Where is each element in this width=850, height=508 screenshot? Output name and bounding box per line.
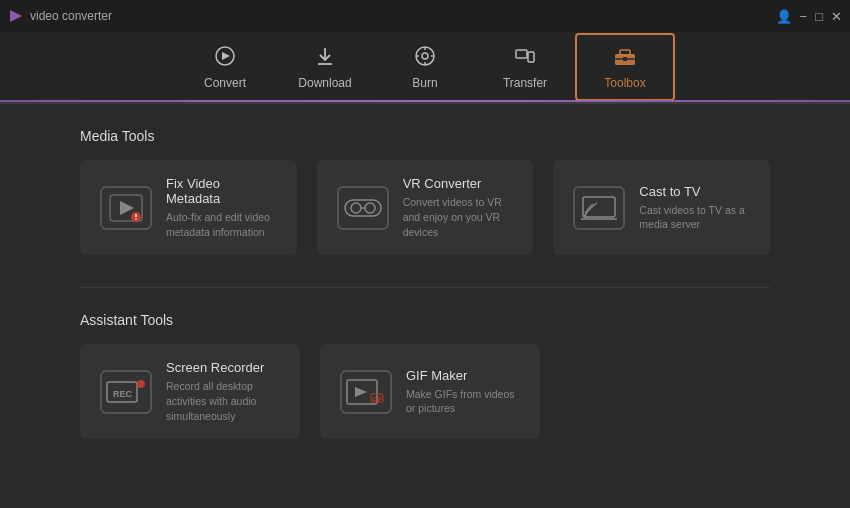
nav-underline (0, 100, 850, 102)
title-bar: video converter 👤 − □ ✕ (0, 0, 850, 32)
transfer-icon (514, 45, 536, 72)
gif-maker-desc: Make GIFs from videos or pictures (406, 387, 520, 416)
svg-point-24 (351, 203, 361, 213)
cast-to-tv-desc: Cast videos to TV as a media server (639, 203, 750, 232)
assistant-tools-grid: REC Screen Recorder Record all desktop a… (80, 344, 770, 439)
section-divider (80, 287, 770, 288)
svg-marker-2 (222, 52, 230, 60)
tool-fix-video-metadata[interactable]: Fix Video Metadata Auto-fix and edit vid… (80, 160, 297, 255)
svg-rect-11 (516, 50, 527, 58)
nav-label-transfer: Transfer (503, 76, 547, 90)
svg-point-22 (135, 218, 137, 220)
close-icon[interactable]: ✕ (831, 9, 842, 24)
toolbox-icon (613, 45, 637, 72)
svg-point-32 (137, 380, 145, 388)
media-tools-title: Media Tools (80, 128, 770, 144)
svg-marker-34 (355, 387, 367, 397)
download-icon (314, 45, 336, 72)
maximize-icon[interactable]: □ (815, 9, 823, 24)
title-bar-controls[interactable]: 👤 − □ ✕ (776, 9, 842, 24)
user-icon[interactable]: 👤 (776, 9, 792, 24)
nav-label-convert: Convert (204, 76, 246, 90)
media-tools-section: Media Tools Fix Video Metadata Auto-fix … (80, 128, 770, 255)
tool-screen-recorder[interactable]: REC Screen Recorder Record all desktop a… (80, 344, 300, 439)
svg-text:REC: REC (113, 389, 133, 399)
fix-video-metadata-desc: Auto-fix and edit video metadata informa… (166, 210, 277, 239)
screen-recorder-info: Screen Recorder Record all desktop activ… (166, 360, 280, 423)
svg-point-6 (422, 53, 428, 59)
burn-icon (414, 45, 436, 72)
svg-rect-27 (583, 197, 615, 217)
minimize-icon[interactable]: − (800, 9, 808, 24)
gif-maker-info: GIF Maker Make GIFs from videos or pictu… (406, 368, 520, 416)
tool-cast-to-tv[interactable]: Cast to TV Cast videos to TV as a media … (553, 160, 770, 255)
assistant-tools-section: Assistant Tools REC Screen Recorder Reco… (80, 312, 770, 439)
assistant-tools-title: Assistant Tools (80, 312, 770, 328)
svg-point-25 (365, 203, 375, 213)
svg-point-29 (584, 214, 587, 217)
svg-marker-19 (120, 201, 134, 215)
nav-label-toolbox: Toolbox (604, 76, 645, 90)
convert-icon (214, 45, 236, 72)
fix-video-metadata-name: Fix Video Metadata (166, 176, 277, 206)
nav-item-convert[interactable]: Convert (175, 33, 275, 101)
screen-recorder-icon-box: REC (100, 370, 152, 414)
vr-converter-name: VR Converter (403, 176, 514, 191)
media-tools-grid: Fix Video Metadata Auto-fix and edit vid… (80, 160, 770, 255)
vr-converter-desc: Convert videos to VR and enjoy on you VR… (403, 195, 514, 239)
fix-video-metadata-icon-box (100, 186, 152, 230)
fix-video-metadata-info: Fix Video Metadata Auto-fix and edit vid… (166, 176, 277, 239)
svg-text:GIF: GIF (373, 396, 383, 402)
tool-gif-maker[interactable]: GIF GIF Maker Make GIFs from videos or p… (320, 344, 540, 439)
gif-maker-name: GIF Maker (406, 368, 520, 383)
tool-vr-converter[interactable]: VR Converter Convert videos to VR and en… (317, 160, 534, 255)
cast-to-tv-icon-box (573, 186, 625, 230)
app-title: video converter (30, 9, 112, 23)
content-area: Media Tools Fix Video Metadata Auto-fix … (0, 104, 850, 495)
nav-item-burn[interactable]: Burn (375, 33, 475, 101)
screen-recorder-name: Screen Recorder (166, 360, 280, 375)
title-bar-left: video converter (8, 8, 112, 24)
nav-bar: Convert Download Burn (0, 32, 850, 104)
svg-rect-15 (620, 50, 630, 55)
nav-label-burn: Burn (412, 76, 437, 90)
screen-recorder-desc: Record all desktop activities with audio… (166, 379, 280, 423)
nav-item-transfer[interactable]: Transfer (475, 33, 575, 101)
svg-rect-12 (528, 52, 534, 62)
gif-maker-icon-box: GIF (340, 370, 392, 414)
app-logo-icon (8, 8, 24, 24)
cast-to-tv-name: Cast to TV (639, 184, 750, 199)
vr-converter-icon-box (337, 186, 389, 230)
cast-to-tv-info: Cast to TV Cast videos to TV as a media … (639, 184, 750, 232)
svg-rect-17 (623, 57, 627, 61)
nav-label-download: Download (298, 76, 351, 90)
nav-item-toolbox[interactable]: Toolbox (575, 33, 675, 101)
svg-marker-0 (10, 10, 22, 22)
nav-item-download[interactable]: Download (275, 33, 375, 101)
vr-converter-info: VR Converter Convert videos to VR and en… (403, 176, 514, 239)
